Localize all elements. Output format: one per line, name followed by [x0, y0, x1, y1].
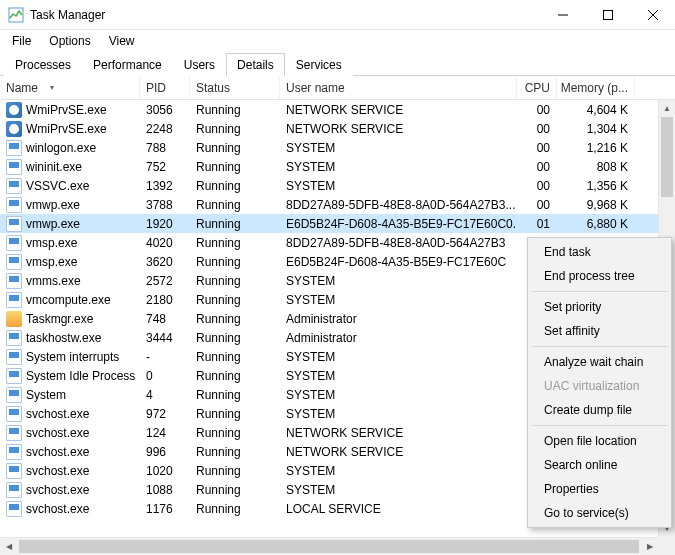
column-header-name[interactable]: Name▾: [0, 76, 140, 99]
scroll-up-button[interactable]: ▲: [659, 100, 675, 117]
cell-cpu: 00: [517, 100, 557, 119]
cell-pid: 4020: [140, 233, 190, 252]
cell-user: SYSTEM: [280, 480, 517, 499]
context-menu: End taskEnd process treeSet prioritySet …: [527, 237, 672, 528]
context-menu-item[interactable]: Go to service(s): [530, 501, 669, 525]
cell-name: VSSVC.exe: [26, 179, 89, 193]
process-icon: [6, 273, 22, 289]
cell-cpu: 00: [517, 195, 557, 214]
cell-status: Running: [190, 138, 280, 157]
process-icon: [6, 349, 22, 365]
column-header-pid[interactable]: PID: [140, 76, 190, 99]
cell-pid: 788: [140, 138, 190, 157]
scroll-right-button[interactable]: ▶: [641, 538, 658, 555]
cell-pid: 2572: [140, 271, 190, 290]
scroll-thumb[interactable]: [661, 117, 673, 197]
cell-name: vmms.exe: [26, 274, 81, 288]
cell-cpu: 01: [517, 214, 557, 233]
cell-user: SYSTEM: [280, 176, 517, 195]
cell-name: svchost.exe: [26, 483, 89, 497]
cell-status: Running: [190, 214, 280, 233]
tab-processes[interactable]: Processes: [4, 53, 82, 76]
horizontal-scrollbar[interactable]: ◀ ▶: [0, 537, 658, 555]
context-menu-item[interactable]: Set affinity: [530, 319, 669, 343]
cell-user: NETWORK SERVICE: [280, 442, 517, 461]
cell-status: Running: [190, 100, 280, 119]
cell-status: Running: [190, 442, 280, 461]
cell-user: SYSTEM: [280, 385, 517, 404]
cell-name: svchost.exe: [26, 464, 89, 478]
close-button[interactable]: [630, 0, 675, 30]
table-row[interactable]: wininit.exe752RunningSYSTEM00808 K: [0, 157, 675, 176]
table-row[interactable]: winlogon.exe788RunningSYSTEM001,216 K: [0, 138, 675, 157]
cell-pid: 1176: [140, 499, 190, 518]
maximize-button[interactable]: [585, 0, 630, 30]
scroll-left-button[interactable]: ◀: [0, 538, 17, 555]
table-row[interactable]: WmiPrvSE.exe3056RunningNETWORK SERVICE00…: [0, 100, 675, 119]
cell-pid: 1392: [140, 176, 190, 195]
cell-pid: 752: [140, 157, 190, 176]
context-menu-item[interactable]: Search online: [530, 453, 669, 477]
table-row[interactable]: WmiPrvSE.exe2248RunningNETWORK SERVICE00…: [0, 119, 675, 138]
context-menu-item[interactable]: Analyze wait chain: [530, 350, 669, 374]
cell-memory: 4,604 K: [557, 100, 635, 119]
process-icon: [6, 425, 22, 441]
tab-services[interactable]: Services: [285, 53, 353, 76]
cell-name: WmiPrvSE.exe: [26, 122, 107, 136]
tab-performance[interactable]: Performance: [82, 53, 173, 76]
menu-file[interactable]: File: [4, 31, 39, 51]
titlebar: Task Manager: [0, 0, 675, 30]
minimize-button[interactable]: [540, 0, 585, 30]
cell-cpu: 00: [517, 176, 557, 195]
cell-cpu: 00: [517, 138, 557, 157]
cell-pid: 996: [140, 442, 190, 461]
process-icon: [6, 444, 22, 460]
process-icon: [6, 482, 22, 498]
cell-memory: 1,356 K: [557, 176, 635, 195]
column-header-user[interactable]: User name: [280, 76, 517, 99]
tab-users[interactable]: Users: [173, 53, 226, 76]
context-menu-item[interactable]: Open file location: [530, 429, 669, 453]
table-row[interactable]: vmwp.exe3788Running8DD27A89-5DFB-48E8-8A…: [0, 195, 675, 214]
window-title: Task Manager: [30, 8, 540, 22]
cell-pid: 3620: [140, 252, 190, 271]
table-row[interactable]: vmwp.exe1920RunningE6D5B24F-D608-4A35-B5…: [0, 214, 675, 233]
context-menu-item[interactable]: Set priority: [530, 295, 669, 319]
cell-user: NETWORK SERVICE: [280, 119, 517, 138]
cell-memory: 808 K: [557, 157, 635, 176]
window-controls: [540, 0, 675, 29]
context-menu-item[interactable]: Properties: [530, 477, 669, 501]
context-menu-item: UAC virtualization: [530, 374, 669, 398]
cell-status: Running: [190, 328, 280, 347]
cell-status: Running: [190, 271, 280, 290]
tab-details[interactable]: Details: [226, 53, 285, 76]
context-menu-item[interactable]: End task: [530, 240, 669, 264]
context-menu-item[interactable]: Create dump file: [530, 398, 669, 422]
cell-pid: 972: [140, 404, 190, 423]
column-header-memory[interactable]: Memory (p...: [557, 76, 635, 99]
process-icon: [6, 501, 22, 517]
cell-status: Running: [190, 233, 280, 252]
process-icon: [6, 292, 22, 308]
menubar: FileOptionsView: [0, 30, 675, 52]
process-icon: [6, 159, 22, 175]
column-header-status[interactable]: Status: [190, 76, 280, 99]
cell-name: System interrupts: [26, 350, 119, 364]
cell-status: Running: [190, 385, 280, 404]
scroll-corner: [658, 537, 675, 555]
cell-user: 8DD27A89-5DFB-48E8-8A0D-564A27B3...: [280, 195, 517, 214]
menu-options[interactable]: Options: [41, 31, 98, 51]
process-icon: [6, 121, 22, 137]
grid-header: Name▾ PID Status User name CPU Memory (p…: [0, 76, 675, 100]
sort-indicator-icon: ▾: [50, 83, 54, 92]
cell-status: Running: [190, 347, 280, 366]
scroll-thumb-h[interactable]: [19, 540, 639, 553]
process-icon: [6, 102, 22, 118]
menu-view[interactable]: View: [101, 31, 143, 51]
column-header-cpu[interactable]: CPU: [517, 76, 557, 99]
cell-name: System: [26, 388, 66, 402]
context-menu-item[interactable]: End process tree: [530, 264, 669, 288]
cell-name: vmsp.exe: [26, 255, 77, 269]
table-row[interactable]: VSSVC.exe1392RunningSYSTEM001,356 K: [0, 176, 675, 195]
tabbar: ProcessesPerformanceUsersDetailsServices: [0, 52, 675, 76]
